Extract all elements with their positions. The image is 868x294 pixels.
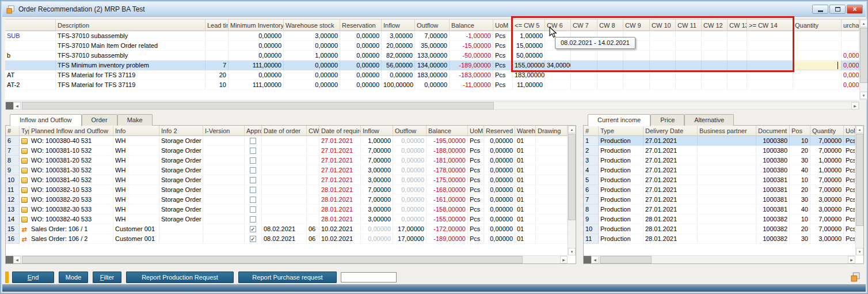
cell[interactable]: 34,00000 [545, 61, 571, 70]
cell[interactable]: 7,00000 [810, 214, 844, 224]
cell[interactable]: 100,00000 [382, 80, 415, 90]
cell[interactable]: TFS Material for TFS 37119 [56, 80, 205, 90]
row-number[interactable]: 14 [6, 214, 20, 224]
cell[interactable]: 40 [790, 165, 810, 175]
cell[interactable] [650, 41, 676, 51]
cell[interactable]: 1,00000 [361, 136, 393, 146]
cell[interactable] [203, 156, 245, 165]
cell[interactable] [698, 214, 756, 224]
cell[interactable] [650, 31, 676, 41]
table-row[interactable]: 10Production28.01.20211000382207,00000Pc… [584, 224, 855, 234]
column-header[interactable]: Drawing [536, 126, 568, 136]
cell[interactable]: 08.02.2021 [262, 234, 307, 244]
cell[interactable] [698, 224, 756, 234]
column-header[interactable]: CW [307, 126, 319, 136]
cell[interactable]: 134,00000 [415, 61, 450, 70]
item-row[interactable]: TFS Minimum inventory problem7111,000000… [5, 61, 859, 70]
cell[interactable] [205, 31, 229, 41]
cell[interactable]: 3,00000 [361, 175, 393, 185]
scrollbar-thumb[interactable] [860, 28, 867, 83]
cell[interactable]: 28.01.2021 [644, 214, 698, 224]
cell[interactable]: Pcs [493, 31, 513, 41]
cell[interactable]: 133,00000 [415, 51, 450, 61]
cell[interactable] [747, 51, 793, 61]
cell[interactable]: 01 [515, 214, 536, 224]
cell[interactable]: 3,00000 [810, 234, 844, 244]
cell[interactable]: 1000380 [756, 156, 790, 165]
cell[interactable]: -188,00000 [427, 146, 468, 156]
cell[interactable]: 1000381 [756, 195, 790, 205]
cell[interactable] [545, 80, 571, 90]
cell[interactable]: 27.01.2021 [319, 156, 361, 165]
cell[interactable]: 10.02.2021 [319, 234, 361, 244]
column-header[interactable]: Date of requiren [319, 126, 361, 136]
cell[interactable]: 0,00000 [393, 146, 427, 156]
cell[interactable]: ✓ [245, 234, 262, 244]
cell[interactable] [698, 175, 756, 185]
cell[interactable]: -50,00000 [450, 51, 493, 61]
tab-current-income[interactable]: Current income [588, 114, 650, 126]
cell[interactable] [307, 136, 319, 146]
cell[interactable]: 0,00000 [393, 165, 427, 175]
maximize-button[interactable] [829, 5, 846, 14]
row-number[interactable]: 13 [6, 205, 20, 214]
cell[interactable]: Storage Order [159, 195, 203, 205]
cell[interactable] [571, 80, 597, 90]
cell[interactable]: 06 [307, 224, 319, 234]
cell[interactable]: 0,00000 [484, 165, 515, 175]
cell[interactable]: 30 [790, 156, 810, 165]
cell[interactable]: 0,00000 [229, 51, 284, 61]
cell[interactable]: 0,00000 [393, 195, 427, 205]
cell[interactable]: 0,00000 [393, 136, 427, 146]
cell[interactable]: 0,00000 [361, 224, 393, 234]
cell[interactable] [536, 156, 568, 165]
item-row[interactable]: SUBTFS-37010 subassembly0,000003,000000,… [5, 31, 859, 41]
cell[interactable]: 40 [790, 205, 810, 214]
column-header[interactable]: # [584, 126, 599, 136]
cell[interactable]: -155,00000 [427, 214, 468, 224]
column-header[interactable]: Balance [450, 20, 493, 31]
cell[interactable]: 7,00000 [810, 185, 844, 195]
cell[interactable]: 0,00000 [340, 31, 382, 41]
cell[interactable]: Production [599, 146, 644, 156]
column-header[interactable]: # [6, 126, 20, 136]
cell[interactable]: 56,00000 [382, 61, 415, 70]
cell[interactable]: 3,00000 [361, 214, 393, 224]
column-header[interactable]: I-Version [203, 126, 245, 136]
cell[interactable]: TFS-37010 subassembly [56, 31, 205, 41]
cell[interactable]: Production [599, 165, 644, 175]
cell[interactable]: 28.01.2021 [319, 185, 361, 195]
cell[interactable] [650, 80, 676, 90]
title-bar[interactable]: Order Recommendation (2) MRP BA Test × [2, 2, 866, 17]
row-number[interactable]: 5 [584, 175, 599, 185]
cell[interactable] [307, 195, 319, 205]
scrollbar-thumb[interactable] [22, 256, 523, 263]
cell[interactable]: 111,00000 [229, 80, 284, 90]
cell[interactable]: 01 [515, 205, 536, 214]
cell[interactable]: 28.01.2021 [319, 195, 361, 205]
cell[interactable] [307, 185, 319, 195]
cell[interactable] [205, 51, 229, 61]
scroll-right-icon[interactable]: ▶ [851, 102, 859, 110]
column-header[interactable]: <= CW 5 [513, 20, 545, 31]
cell[interactable] [597, 51, 623, 61]
column-header[interactable]: Typ [20, 126, 29, 136]
column-header[interactable]: Info [113, 126, 159, 136]
cell[interactable] [747, 70, 793, 80]
row-number[interactable]: 7 [6, 146, 20, 156]
cell[interactable]: 7,00000 [361, 156, 393, 165]
cell[interactable]: 10.02.2021 [319, 224, 361, 234]
cell[interactable]: Sales Order: 106 / 2 [29, 234, 113, 244]
tab-price[interactable]: Price [650, 114, 684, 126]
column-header[interactable]: Lead time [205, 20, 229, 31]
table-row[interactable]: 14WO: 1000382-40 533WHStorage Order28.01… [6, 214, 568, 224]
cell[interactable]: Sales Order: 106 / 1 [29, 224, 113, 234]
cell[interactable]: -189,00000 [427, 234, 468, 244]
cell[interactable] [262, 146, 307, 156]
item-row[interactable]: ATTFS Material for TFS 37119200,000000,0… [5, 70, 859, 80]
cell[interactable]: Production [599, 224, 644, 234]
cell[interactable]: ⇄ [20, 224, 29, 234]
cell[interactable]: 1000382 [756, 234, 790, 244]
cell[interactable]: 1,00000 [513, 31, 545, 41]
cell[interactable]: 0,00000 [340, 80, 382, 90]
